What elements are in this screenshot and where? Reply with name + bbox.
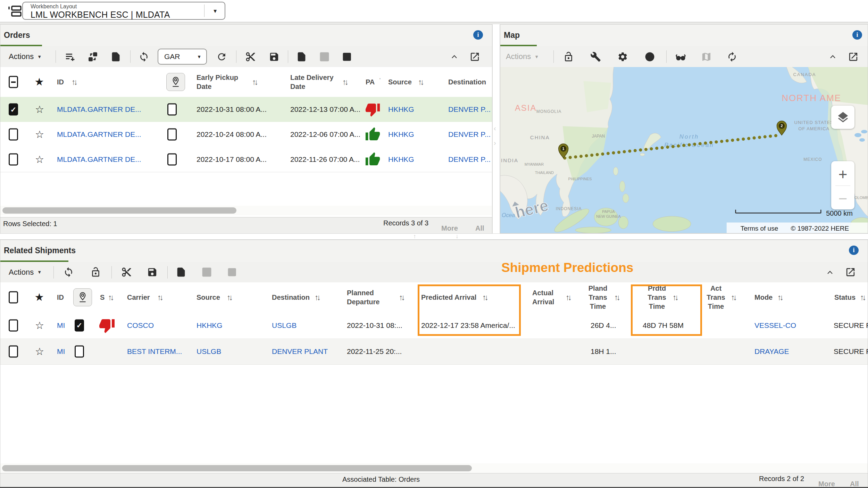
orders-col-late-delivery[interactable]: Late Delivery Date [290, 67, 342, 97]
workbench-list-icon[interactable] [8, 5, 22, 17]
star-toggle[interactable]: ☆ [35, 155, 44, 165]
workbench-layout-select[interactable]: Workbench Layout LML WORKBENCH ESC | MLD… [22, 2, 225, 20]
map-layers-button[interactable] [831, 106, 854, 129]
export-excel-icon[interactable]: x [172, 265, 190, 280]
orders-hscrollbar[interactable] [0, 206, 492, 215]
source-link[interactable]: HKHKG [388, 155, 414, 164]
vertical-splitter[interactable] [492, 24, 500, 233]
row-flag-checkbox[interactable] [167, 104, 177, 116]
scrollbar-thumb[interactable] [2, 207, 236, 214]
sort-icon[interactable] [72, 67, 76, 97]
map-actions-button[interactable]: Actions [506, 52, 539, 61]
cut-unlink-icon[interactable] [241, 49, 259, 64]
save-icon[interactable] [265, 49, 283, 64]
sort-icon[interactable] [399, 282, 403, 312]
unlock-icon[interactable] [86, 265, 105, 280]
map-info-icon[interactable] [852, 30, 862, 40]
sort-icon[interactable] [860, 282, 865, 312]
star-toggle[interactable]: ☆ [35, 346, 44, 356]
order-row[interactable]: ☆ MLDATA.GARTNER DE... 2022-10-17 08:00 … [0, 147, 492, 172]
orders-col-source[interactable]: Source [388, 67, 412, 97]
bullseye-icon[interactable] [641, 49, 659, 64]
row-flag-checkbox[interactable] [75, 345, 84, 357]
zoom-out-button[interactable]: − [831, 189, 854, 208]
source-link[interactable]: HKHKG [388, 105, 414, 114]
sort-icon[interactable] [614, 282, 619, 312]
source-link[interactable]: USLGB [197, 347, 221, 356]
sort-icon[interactable] [108, 282, 112, 312]
sort-icon[interactable] [673, 282, 677, 312]
carrier-link[interactable]: COSCO [127, 321, 154, 330]
all-button[interactable]: All [475, 224, 484, 232]
shipments-hscrollbar[interactable] [0, 463, 868, 473]
auto-refresh-icon[interactable] [59, 265, 77, 280]
horizontal-splitter[interactable] [0, 233, 868, 240]
destination-link[interactable]: DENVER P... [448, 130, 491, 139]
row-select-checkbox[interactable] [9, 345, 18, 357]
carrier-link[interactable]: BEST INTERM... [127, 347, 182, 356]
map-mode-icon[interactable] [697, 49, 715, 64]
sort-icon[interactable] [157, 282, 162, 312]
splitter-up-arrow-icon[interactable] [413, 233, 416, 240]
orders-actions-button[interactable]: Actions [9, 52, 42, 61]
glasses-icon[interactable] [671, 49, 690, 64]
shipments-col-prdtd-trans-time[interactable]: Prdtd Trans Time [645, 282, 668, 312]
shipments-col-pland-trans-time[interactable]: Pland Trans Time [586, 282, 609, 312]
orders-col-destination[interactable]: Destination [448, 67, 486, 97]
shipments-col-status[interactable]: Status [834, 282, 856, 312]
order-row[interactable]: ☆ MLDATA.GARTNER DE... 2022-10-31 08:00 … [0, 97, 492, 122]
star-toggle[interactable]: ☆ [35, 320, 44, 330]
edit-icon[interactable] [223, 265, 241, 280]
shipment-row[interactable]: ☆ MI COSCO HKHKG USLGB 2022-10-31 08:...… [0, 312, 868, 339]
splitter-down-arrow-icon[interactable] [456, 233, 459, 240]
shipments-col-predicted-arrival[interactable]: Predicted Arrival [421, 282, 476, 312]
new-document-icon[interactable] [107, 49, 125, 64]
map-pin-column-button[interactable] [73, 288, 92, 306]
add-to-list-icon[interactable] [61, 49, 79, 64]
row-select-checkbox[interactable] [9, 104, 18, 116]
sort-icon[interactable] [418, 67, 423, 97]
select-all-checkbox[interactable] [9, 291, 18, 304]
star-toggle[interactable]: ☆ [35, 105, 44, 115]
sort-icon[interactable] [731, 282, 735, 312]
chart-icon[interactable] [315, 49, 333, 64]
cut-unlink-icon[interactable] [117, 265, 135, 280]
row-flag-checkbox[interactable] [167, 154, 177, 166]
map-pin-column-button[interactable] [166, 73, 185, 91]
shipments-col-id[interactable]: ID [57, 282, 64, 312]
sort-icon[interactable] [342, 67, 347, 97]
sort-icon[interactable] [777, 282, 782, 312]
splitter-right-arrow-icon[interactable] [494, 139, 496, 147]
row-flag-checkbox[interactable] [75, 319, 84, 331]
collapse-panel-icon[interactable] [448, 51, 460, 62]
select-all-checkbox[interactable] [9, 76, 18, 88]
sort-icon[interactable] [227, 282, 231, 312]
shipment-row[interactable]: ☆ MI BEST INTERM... USLGB DENVER PLANT 2… [0, 338, 868, 365]
saved-query-select[interactable]: GAR [158, 49, 207, 65]
related-shipments-tab[interactable]: Related Shipments [4, 246, 76, 255]
zoom-in-button[interactable]: + [831, 165, 854, 184]
shipments-col-actual-arrival[interactable]: Actual Arrival [532, 282, 565, 312]
shipments-col-act-trans-time[interactable]: Act Trans Time [704, 282, 727, 312]
terms-of-use-link[interactable]: Terms of use [741, 225, 778, 232]
order-id-link[interactable]: MLDATA.GARTNER DE... [57, 130, 141, 139]
reorder-columns-icon[interactable] [84, 49, 102, 64]
sort-icon[interactable] [566, 282, 570, 312]
row-flag-checkbox[interactable] [167, 129, 177, 141]
star-column-header[interactable]: ★ [35, 67, 43, 97]
star-toggle[interactable]: ☆ [35, 130, 44, 140]
destination-link[interactable]: DENVER PLANT [272, 347, 328, 356]
open-in-new-window-icon[interactable] [466, 49, 484, 64]
mode-link[interactable]: VESSEL-CO [754, 321, 796, 330]
source-link[interactable]: HKHKG [197, 321, 223, 330]
map-tab[interactable]: Map [504, 31, 520, 40]
order-id-link[interactable]: MLDATA.GARTNER DE... [57, 105, 141, 114]
orders-col-pa[interactable]: PA [366, 67, 375, 97]
shipments-col-source[interactable]: Source [197, 282, 220, 312]
shipments-col-carrier[interactable]: Carrier [127, 282, 150, 312]
splitter-left-arrow-icon[interactable] [494, 124, 496, 132]
chevron-down-icon[interactable] [212, 8, 218, 14]
orders-col-early-pickup[interactable]: Early Pickup Date [197, 67, 249, 97]
destination-link[interactable]: DENVER P... [448, 105, 491, 114]
more-button[interactable]: More [818, 480, 835, 488]
